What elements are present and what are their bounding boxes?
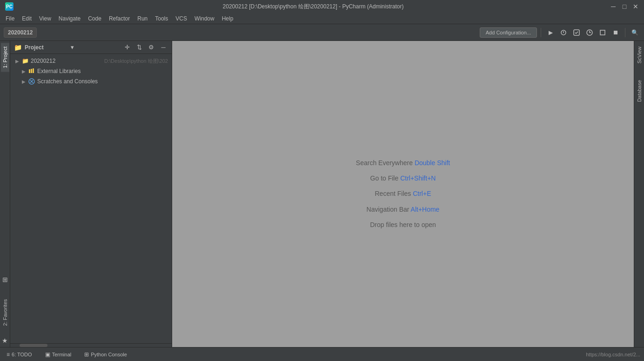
sidebar-item-favorites[interactable]: 2: Favorites — [1, 295, 9, 329]
add-configuration-button[interactable]: Add Configuration... — [480, 27, 537, 38]
project-label: 20200212 — [4, 27, 37, 38]
tree-sublabel-root: D:\Desktop\python 绘图\202 — [104, 58, 168, 65]
menu-edit[interactable]: Edit — [18, 14, 35, 23]
todo-icon: ≡ — [7, 351, 10, 358]
app-icon: PC — [5, 2, 14, 11]
profile-button[interactable] — [584, 27, 595, 38]
run-button[interactable]: ▶ — [545, 27, 556, 38]
tab-todo[interactable]: ≡ 6: TODO — [4, 350, 35, 359]
search-everywhere-button[interactable]: 🔍 — [629, 27, 640, 38]
scrollbar-thumb[interactable] — [20, 344, 47, 347]
sidebar-icon-star[interactable]: ★ — [0, 334, 9, 347]
toolbar-separator-2 — [625, 28, 625, 37]
tree-arrow-ext: ▶ — [20, 68, 27, 74]
menu-tools[interactable]: Tools — [151, 14, 172, 23]
panel-scrollbar[interactable] — [10, 343, 172, 347]
shortcut-ctrl-shift-n: Ctrl+Shift+N — [400, 174, 436, 182]
python-console-icon: ⊞ — [84, 351, 89, 358]
minimize-panel-icon[interactable]: ─ — [159, 43, 168, 52]
menu-bar: File Edit View Navigate Code Refactor Ru… — [0, 13, 644, 24]
minimize-button[interactable]: ─ — [610, 3, 617, 10]
folder-icon: 📁 — [14, 44, 22, 51]
terminal-icon: ▣ — [45, 351, 50, 358]
toolbar: 20200212 Add Configuration... ▶ 🔍 — [0, 24, 644, 41]
sidebar-item-database[interactable]: Database — [635, 76, 644, 106]
menu-help[interactable]: Help — [218, 14, 237, 23]
menu-refactor[interactable]: Refactor — [105, 14, 134, 23]
tab-python-console[interactable]: ⊞ Python Console — [81, 350, 130, 359]
svg-rect-6 — [29, 69, 30, 73]
editor-area[interactable]: Search Everywhere Double Shift Go to Fil… — [172, 41, 634, 347]
shortcut-alt-home: Alt+Home — [411, 206, 440, 213]
svg-marker-4 — [600, 30, 605, 35]
stop-build-button[interactable] — [597, 27, 608, 38]
hint-drop-files: Drop files here to open — [370, 219, 436, 231]
sidebar-item-project[interactable]: 1: Project — [1, 43, 9, 72]
tab-terminal[interactable]: ▣ Terminal — [42, 350, 74, 359]
title-bar: PC 20200212 [D:\Desktop\python 绘图\202002… — [0, 0, 644, 13]
menu-navigate[interactable]: Navigate — [55, 14, 84, 23]
scratches-icon — [28, 78, 35, 85]
project-tree: ▶ 📁 20200212 D:\Desktop\python 绘图\202 ▶ … — [10, 54, 172, 343]
sidebar-icon-structure[interactable]: ⊞ — [1, 273, 9, 286]
menu-code[interactable]: Code — [84, 14, 105, 23]
tree-label-ext: External Libraries — [37, 68, 168, 74]
left-side-tabs: 1: Project ⊞ 2: Favorites ★ — [0, 41, 10, 347]
project-panel-title: Project — [25, 44, 65, 51]
debug-button[interactable] — [558, 27, 569, 38]
project-panel: 📁 Project ▾ ✛ ⇅ ⚙ ─ ▶ 📁 20200212 D:\Desk… — [10, 41, 172, 347]
main-content: 1: Project ⊞ 2: Favorites ★ 📁 Project ▾ … — [0, 41, 644, 347]
title-text: 20200212 [D:\Desktop\python 绘图\20200212]… — [17, 3, 610, 11]
folder-icon-root: 📁 — [21, 57, 29, 65]
scroll-from-source-icon[interactable]: ⇅ — [134, 43, 144, 52]
menu-view[interactable]: View — [35, 14, 55, 23]
tree-label-scratches: Scratches and Consoles — [37, 78, 168, 85]
hint-recent-files: Recent Files Ctrl+E — [375, 188, 431, 200]
tab-terminal-label: Terminal — [52, 352, 72, 357]
stop-button[interactable] — [610, 27, 621, 38]
pycharm-logo: PC — [5, 2, 13, 11]
tree-item-external-libraries[interactable]: ▶ External Libraries — [10, 66, 172, 76]
right-side-tabs: ScView Database — [634, 41, 644, 347]
coverage-button[interactable] — [571, 27, 582, 38]
maximize-button[interactable]: □ — [621, 3, 628, 10]
tab-todo-label: 6: TODO — [12, 352, 32, 357]
menu-file[interactable]: File — [2, 14, 18, 23]
project-dropdown-icon[interactable]: ▾ — [67, 43, 77, 52]
svg-rect-5 — [614, 31, 617, 34]
tree-arrow-root: ▶ — [14, 58, 20, 64]
add-icon[interactable]: ✛ — [122, 43, 132, 52]
libraries-icon — [28, 67, 35, 75]
close-button[interactable]: ✕ — [632, 3, 639, 10]
menu-vcs[interactable]: VCS — [172, 14, 191, 23]
tree-item-scratches[interactable]: ▶ Scratches and Consoles — [10, 76, 172, 87]
shortcut-double-shift: Double Shift — [415, 159, 450, 167]
toolbar-separator — [541, 28, 541, 37]
settings-icon[interactable]: ⚙ — [147, 43, 156, 52]
tree-label-root: 20200212 — [31, 58, 102, 64]
hint-navigation-bar: Navigation Bar Alt+Home — [367, 204, 440, 215]
tree-item-root[interactable]: ▶ 📁 20200212 D:\Desktop\python 绘图\202 — [10, 56, 172, 66]
svg-rect-7 — [31, 69, 32, 73]
svg-rect-8 — [33, 68, 34, 73]
title-controls: ─ □ ✕ — [610, 3, 639, 10]
shortcut-ctrl-e: Ctrl+E — [413, 190, 431, 197]
menu-run[interactable]: Run — [134, 14, 151, 23]
tab-python-console-label: Python Console — [91, 352, 127, 357]
sidebar-item-scview[interactable]: ScView — [635, 43, 644, 67]
menu-window[interactable]: Window — [191, 14, 218, 23]
status-url: https://blog.csdn.net/2... — [586, 352, 640, 357]
tree-arrow-scratches: ▶ — [20, 78, 27, 85]
project-panel-header: 📁 Project ▾ ✛ ⇅ ⚙ ─ — [10, 41, 172, 54]
bottom-bar: ≡ 6: TODO ▣ Terminal ⊞ Python Console ht… — [0, 347, 644, 361]
hint-search-everywhere: Search Everywhere Double Shift — [356, 157, 450, 169]
hint-go-to-file: Go to File Ctrl+Shift+N — [370, 173, 436, 184]
